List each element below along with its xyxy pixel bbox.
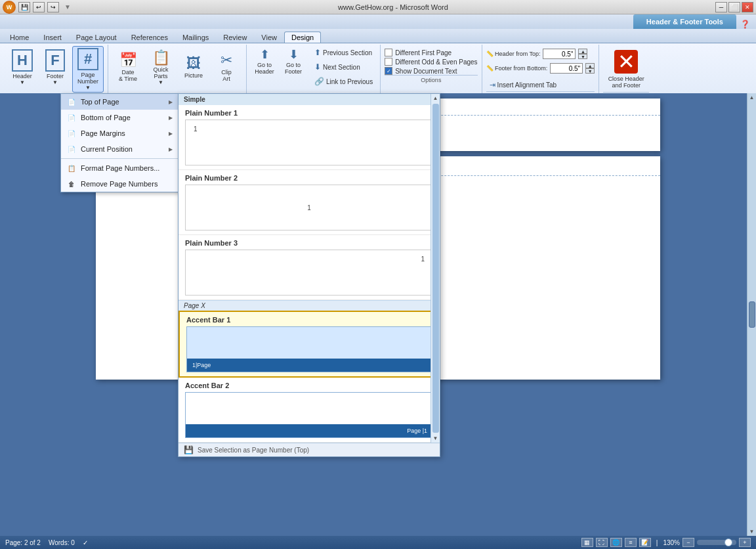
- next-section-button[interactable]: ⬇ Next Section: [311, 60, 376, 74]
- clip-art-button[interactable]: ✂ Clip Art: [211, 46, 242, 88]
- header-from-top-up[interactable]: ▲: [578, 49, 587, 54]
- outline-button[interactable]: ≡: [625, 538, 637, 547]
- quick-parts-button[interactable]: 📋 Quick Parts ▼: [145, 46, 177, 88]
- link-prev-icon: 🔗: [314, 77, 324, 86]
- close-button[interactable]: ✕: [742, 2, 753, 12]
- header-arrow: ▼: [20, 79, 25, 85]
- footer-button[interactable]: F Footer ▼: [39, 46, 71, 88]
- ribbon-tab-bar: Home Insert Page Layout References Maili…: [0, 29, 756, 43]
- picture-button[interactable]: 🖼 Picture: [178, 46, 209, 88]
- tab-insert[interactable]: Insert: [36, 32, 69, 43]
- diff-odd-even-option[interactable]: Different Odd & Even Pages: [385, 58, 477, 66]
- accent-bar-2-text: Page |1: [407, 428, 427, 434]
- footer-from-bottom-up[interactable]: ▲: [585, 63, 595, 68]
- save-selection-footer[interactable]: 💾 Save Selection as Page Number (Top): [178, 443, 440, 456]
- current-position-item[interactable]: 📄 Current Position ▶: [61, 141, 178, 157]
- goto-header-button[interactable]: ⬆ Go to Header: [251, 46, 278, 76]
- hf-tools-context-tab[interactable]: Header & Footer Tools: [633, 14, 736, 29]
- tab-review[interactable]: Review: [216, 32, 254, 43]
- zoom-slider-thumb[interactable]: [724, 538, 732, 546]
- bottom-of-page-icon: 📄: [66, 112, 77, 123]
- doc-scroll-thumb[interactable]: [749, 301, 755, 328]
- remove-page-numbers-item[interactable]: 🗑 Remove Page Numbers: [61, 176, 178, 192]
- zoom-in-button[interactable]: +: [739, 538, 751, 547]
- page-margins-icon: 📄: [66, 128, 77, 139]
- insert-alignment-tab-button[interactable]: ⇥ Insert Alignment Tab: [486, 79, 595, 91]
- scroll-down-arrow[interactable]: ▼: [432, 434, 440, 443]
- full-screen-button[interactable]: ⛶: [596, 538, 608, 547]
- scroll-thumb[interactable]: [432, 104, 439, 433]
- options-group-label: Options: [385, 75, 477, 83]
- footer-from-bottom-down[interactable]: ▼: [585, 68, 595, 74]
- goto-footer-label2: Footer: [285, 68, 302, 75]
- date-time-label: Date: [121, 69, 134, 76]
- current-position-arrow: ▶: [169, 146, 173, 152]
- previous-section-button[interactable]: ⬆ Previous Section: [311, 46, 376, 59]
- word-count: Words: 0: [49, 539, 75, 546]
- format-page-numbers-label: Format Page Numbers...: [81, 164, 159, 172]
- accent-bar-1-item[interactable]: Accent Bar 1 1|Page: [178, 311, 440, 378]
- doc-scroll-up[interactable]: ▲: [748, 93, 756, 102]
- quick-undo[interactable]: ↩: [33, 2, 45, 12]
- tab-references[interactable]: References: [124, 32, 175, 43]
- plain-number-1-item[interactable]: Plain Number 1 1: [178, 105, 440, 170]
- zoom-slider[interactable]: [697, 540, 736, 545]
- goto-footer-icon: ⬇: [289, 47, 299, 62]
- quick-parts-label2: Parts: [154, 73, 167, 79]
- tab-design[interactable]: Design: [284, 32, 321, 43]
- clip-art-icon: ✂: [220, 52, 232, 69]
- submenu-scrollbar[interactable]: ▲ ▼: [430, 94, 440, 443]
- simple-section-header: Simple: [178, 94, 440, 105]
- goto-footer-button[interactable]: ⬇ Go to Footer: [280, 46, 307, 76]
- header-button[interactable]: H Header ▼: [7, 46, 38, 88]
- plain-number-3-item[interactable]: Plain Number 3 1: [178, 235, 440, 300]
- tab-page-layout[interactable]: Page Layout: [69, 32, 124, 43]
- help-button[interactable]: ❓: [740, 20, 753, 29]
- scroll-up-arrow[interactable]: ▲: [432, 94, 440, 102]
- options-checkboxes: Different First Page Different Odd & Eve…: [385, 49, 477, 75]
- plain-number-2-preview: 1: [185, 185, 433, 231]
- date-time-button[interactable]: 📅 Date & Time: [112, 46, 144, 88]
- top-of-page-item[interactable]: 📄 Top of Page ▶: [61, 94, 178, 110]
- format-page-numbers-item[interactable]: 📋 Format Page Numbers...: [61, 160, 178, 176]
- page-number-label2: Number: [77, 78, 98, 85]
- doc-scrollbar[interactable]: ▲ ▼: [747, 93, 756, 536]
- accent-bar-1-bar: 1|Page: [187, 359, 431, 372]
- save-selection-label: Save Selection as Page Number (Top): [198, 447, 309, 454]
- doc-scroll-down[interactable]: ▼: [748, 527, 756, 536]
- page-margins-item[interactable]: 📄 Page Margins ▶: [61, 125, 178, 141]
- accent-bar-2-item[interactable]: Accent Bar 2 Page |1: [178, 378, 440, 443]
- print-layout-button[interactable]: ▦: [581, 538, 593, 547]
- web-layout-button[interactable]: 🌐: [610, 538, 622, 547]
- show-doc-text-checkbox[interactable]: ✓: [385, 67, 392, 75]
- header-from-top-down[interactable]: ▼: [578, 54, 587, 59]
- plain-number-2-item[interactable]: Plain Number 2 1: [178, 170, 440, 235]
- top-of-page-arrow: ▶: [169, 99, 173, 105]
- restore-button[interactable]: ⬜: [728, 2, 740, 12]
- page-number-label: Page: [81, 72, 94, 78]
- page-x-section-label: Page X: [178, 300, 440, 311]
- quick-save[interactable]: 💾: [18, 2, 30, 12]
- close-hf-button[interactable]: ✕ Close Header and Footer: [603, 46, 649, 92]
- diff-first-page-checkbox[interactable]: [385, 49, 392, 56]
- date-time-icon: 📅: [119, 52, 137, 69]
- quick-redo[interactable]: ↪: [47, 2, 59, 12]
- page-number-button[interactable]: # Page Number ▼: [72, 46, 104, 93]
- draft-button[interactable]: 📝: [639, 538, 651, 547]
- link-to-previous-button[interactable]: 🔗 Link to Previous: [311, 75, 376, 88]
- minimize-button[interactable]: ─: [715, 2, 727, 12]
- diff-odd-even-checkbox[interactable]: [385, 58, 392, 66]
- track-changes-icon: ✓: [83, 539, 88, 546]
- header-from-top-input[interactable]: [543, 49, 576, 59]
- tab-mailings[interactable]: Mailings: [175, 32, 216, 43]
- footer-from-bottom-input[interactable]: [550, 63, 583, 74]
- zoom-out-button[interactable]: −: [682, 538, 694, 547]
- tab-home[interactable]: Home: [3, 32, 36, 43]
- window-title: www.GetHow.org - Microsoft Word: [71, 3, 715, 11]
- diff-first-page-option[interactable]: Different First Page: [385, 49, 477, 56]
- show-doc-text-option[interactable]: ✓ Show Document Text: [385, 67, 477, 75]
- page-number-dropdown: 📄 Top of Page ▶ 📄 Bottom of Page ▶ 📄 Pag…: [60, 93, 178, 192]
- remove-page-numbers-icon: 🗑: [66, 179, 77, 189]
- tab-view[interactable]: View: [254, 32, 284, 43]
- bottom-of-page-item[interactable]: 📄 Bottom of Page ▶: [61, 110, 178, 125]
